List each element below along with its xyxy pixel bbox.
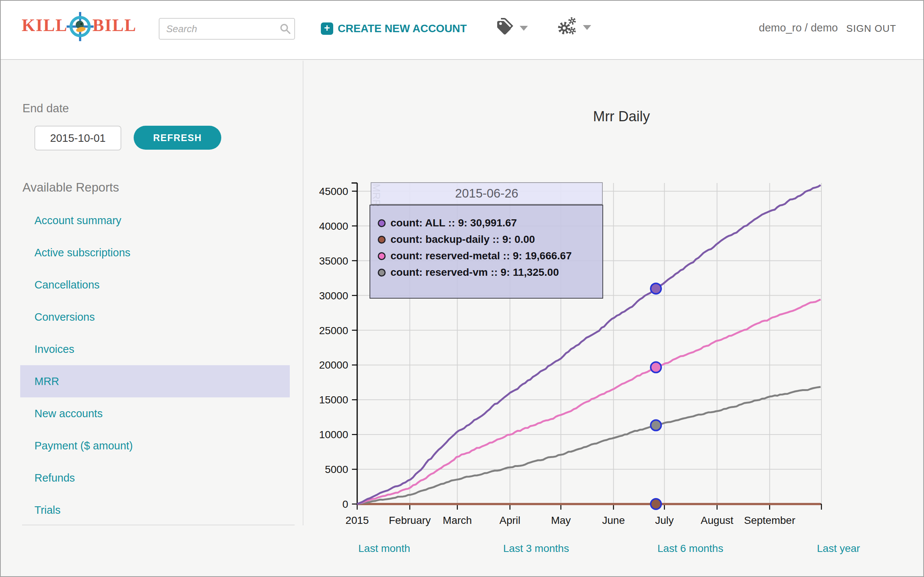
range-link-last-year[interactable]: Last year — [817, 543, 860, 554]
tooltip-date-header: 2015-06-26 — [371, 182, 603, 205]
svg-text:0: 0 — [342, 498, 348, 510]
svg-text:April: April — [499, 514, 520, 526]
end-date-label: End date — [23, 102, 69, 115]
chart-tooltip: count: ALL :: 9: 30,991.67count: backup-… — [370, 205, 603, 298]
svg-text:15000: 15000 — [319, 394, 348, 406]
tooltip-row: count: ALL :: 9: 30,991.67 — [378, 217, 603, 229]
header: KILL BILL + — [1, 1, 923, 60]
sidebar-item-account-summary[interactable]: Account summary — [20, 204, 290, 237]
create-new-account-button[interactable]: + CREATE NEW ACCOUNT — [321, 23, 467, 35]
svg-text:August: August — [701, 514, 733, 526]
svg-text:35000: 35000 — [319, 255, 348, 267]
chart-panel: Mrr Daily 050001000015000200002500030000… — [304, 61, 924, 577]
svg-text:40000: 40000 — [319, 221, 348, 232]
range-link-last-3-months[interactable]: Last 3 months — [503, 543, 569, 554]
sidebar-divider — [22, 525, 295, 525]
tooltip-row: count: backup-daily :: 9: 0.00 — [378, 234, 603, 245]
tooltip-row-text: count: backup-daily :: 9: 0.00 — [391, 234, 535, 245]
svg-text:May: May — [551, 514, 571, 526]
series-color-dot-icon — [378, 219, 386, 227]
end-date-input[interactable] — [34, 126, 121, 150]
series-color-dot-icon — [378, 269, 386, 277]
range-link-last-month[interactable]: Last month — [358, 543, 410, 554]
svg-text:5000: 5000 — [325, 464, 348, 475]
refresh-button[interactable]: REFRESH — [134, 126, 221, 150]
svg-text:10000: 10000 — [319, 429, 348, 440]
tag-icon — [494, 17, 514, 37]
sidebar-item-trials[interactable]: Trials — [20, 494, 290, 526]
sidebar-item-conversions[interactable]: Conversions — [20, 301, 290, 333]
tooltip-row: count: reserved-vm :: 9: 11,325.00 — [378, 266, 603, 279]
gears-icon — [556, 16, 577, 37]
report-list: Account summaryActive subscriptionsCance… — [1, 204, 302, 526]
svg-text:September: September — [744, 514, 795, 526]
svg-text:20000: 20000 — [319, 359, 348, 371]
page: KILL BILL + — [0, 0, 924, 577]
mrr-daily-chart[interactable]: 0500010000150002000025000300003500040000… — [304, 61, 924, 577]
series-color-dot-icon — [378, 252, 386, 260]
tooltip-row-text: count: ALL :: 9: 30,991.67 — [391, 217, 517, 229]
svg-text:July: July — [655, 514, 674, 526]
svg-text:45000: 45000 — [319, 185, 348, 197]
svg-text:2015: 2015 — [346, 514, 369, 526]
panel-divider — [302, 61, 304, 525]
chevron-down-icon — [583, 25, 591, 30]
sidebar-item-new-accounts[interactable]: New accounts — [20, 397, 290, 430]
tags-dropdown[interactable] — [494, 17, 528, 37]
svg-text:June: June — [602, 514, 625, 526]
logo-bill-text: BILL — [92, 15, 137, 35]
killbill-target-duck-icon — [66, 11, 95, 42]
available-reports-heading: Available Reports — [23, 181, 119, 195]
sidebar: End date REFRESH Available Reports Accou… — [1, 61, 302, 577]
search-input[interactable] — [159, 18, 295, 40]
killbill-logo[interactable]: KILL BILL — [22, 10, 137, 40]
sidebar-item-refunds[interactable]: Refunds — [20, 462, 290, 494]
search-box — [159, 18, 295, 40]
range-link-last-6-months[interactable]: Last 6 months — [657, 543, 723, 554]
sidebar-item-cancellations[interactable]: Cancellations — [20, 269, 290, 301]
search-icon — [279, 23, 291, 35]
sign-out-link[interactable]: SIGN OUT — [846, 23, 896, 34]
tooltip-row-text: count: reserved-metal :: 9: 19,666.67 — [391, 250, 572, 262]
tooltip-row: count: reserved-metal :: 9: 19,666.67 — [378, 250, 603, 262]
chevron-down-icon — [520, 26, 528, 31]
svg-text:February: February — [389, 514, 431, 526]
plus-square-icon: + — [321, 23, 333, 35]
sidebar-item-payment-amount[interactable]: Payment ($ amount) — [20, 430, 290, 462]
admin-gears-dropdown[interactable] — [556, 16, 591, 37]
logged-in-user-label: demo_ro / demo — [759, 22, 838, 34]
svg-text:30000: 30000 — [319, 290, 348, 301]
tooltip-row-text: count: reserved-vm :: 9: 11,325.00 — [391, 266, 559, 279]
create-new-account-label: CREATE NEW ACCOUNT — [338, 23, 467, 35]
sidebar-item-mrr[interactable]: MRR — [20, 365, 290, 397]
logo-kill-text: KILL — [22, 15, 68, 35]
svg-text:25000: 25000 — [319, 325, 348, 337]
svg-text:March: March — [443, 514, 472, 526]
sidebar-item-active-subscriptions[interactable]: Active subscriptions — [20, 237, 290, 269]
sidebar-item-invoices[interactable]: Invoices — [20, 333, 290, 365]
series-color-dot-icon — [378, 236, 386, 243]
